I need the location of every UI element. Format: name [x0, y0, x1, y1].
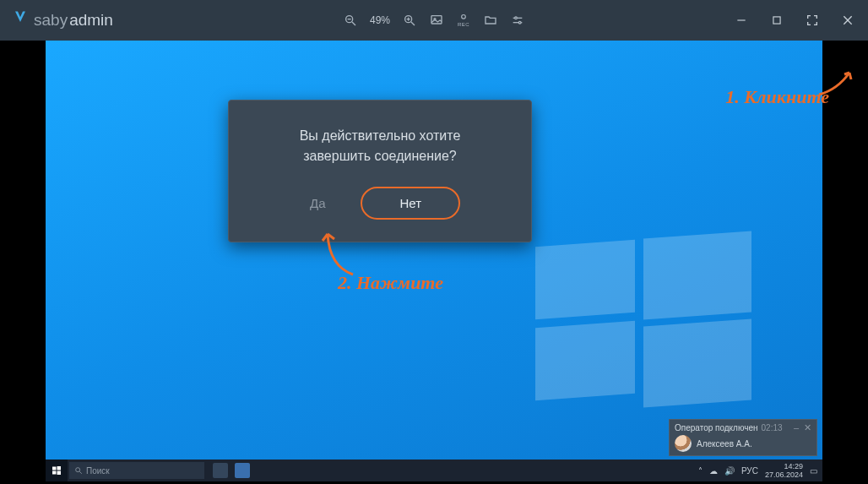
dialog-line-2: завершить соединение? — [249, 146, 511, 166]
confirm-dialog: Вы действительно хотите завершить соедин… — [228, 100, 532, 242]
notification-title: Оператор подключен — [675, 423, 758, 432]
tray-icon-2[interactable]: 🔊 — [724, 466, 735, 476]
logo-icon — [13, 9, 28, 31]
dialog-yes-button[interactable]: Да — [300, 189, 336, 217]
svg-point-22 — [76, 468, 80, 472]
svg-point-13 — [518, 21, 521, 24]
remote-taskbar: Поиск ˄ ☁ 🔊 РУС 14:29 27.06.2024 ▭ — [46, 460, 822, 481]
dialog-message: Вы действительно хотите завершить соедин… — [249, 126, 511, 166]
zoom-out-icon[interactable] — [343, 13, 358, 28]
tray-chevron-icon[interactable]: ˄ — [698, 466, 703, 476]
notification-elapsed: 02:13 — [762, 423, 783, 432]
notification-minimize-icon[interactable]: – — [794, 422, 799, 433]
taskbar-search[interactable]: Поиск — [69, 462, 204, 479]
title-bar: sabyadmin 49% REC — [0, 0, 868, 41]
remote-viewport: Поиск ˄ ☁ 🔊 РУС 14:29 27.06.2024 ▭ Оп — [0, 41, 868, 484]
app-logo: sabyadmin — [12, 9, 113, 31]
dialog-line-1: Вы действительно хотите — [249, 126, 511, 146]
svg-rect-19 — [57, 466, 62, 470]
svg-line-1 — [352, 22, 355, 25]
taskbar-tray: ˄ ☁ 🔊 РУС 14:29 27.06.2024 ▭ — [698, 462, 822, 479]
toolbar-center: 49% REC — [343, 13, 525, 28]
svg-line-4 — [411, 22, 415, 25]
svg-rect-20 — [52, 471, 57, 475]
tray-icon-1[interactable]: ☁ — [709, 466, 718, 476]
tray-notifications-icon[interactable]: ▭ — [810, 466, 817, 476]
restore-button[interactable] — [768, 12, 785, 29]
window-controls — [733, 12, 856, 29]
notification-close-icon[interactable]: ✕ — [804, 422, 811, 433]
record-icon[interactable]: REC — [456, 13, 471, 28]
close-button[interactable] — [839, 12, 856, 29]
taskbar-app-1[interactable] — [213, 463, 228, 478]
taskbar-app-2[interactable] — [235, 463, 250, 478]
operator-notification: Оператор подключен 02:13 – ✕ Алексеев А.… — [669, 419, 817, 456]
svg-point-9 — [462, 15, 466, 19]
dialog-no-button[interactable]: Нет — [361, 187, 460, 220]
taskbar-pinned — [213, 463, 250, 478]
fullscreen-button[interactable] — [804, 12, 821, 29]
windows-logo — [535, 235, 755, 404]
zoom-level: 49% — [370, 14, 390, 26]
brand-part-1: saby — [34, 11, 68, 30]
svg-rect-18 — [52, 467, 57, 470]
taskbar-search-placeholder: Поиск — [86, 466, 110, 476]
svg-rect-15 — [773, 17, 780, 24]
svg-line-23 — [79, 471, 82, 474]
tray-lang[interactable]: РУС — [741, 466, 758, 476]
settings-sliders-icon[interactable] — [510, 13, 525, 28]
svg-point-11 — [515, 17, 518, 19]
start-button[interactable] — [46, 460, 68, 481]
minimize-button[interactable] — [733, 12, 750, 29]
zoom-in-icon[interactable] — [402, 13, 417, 28]
folder-icon[interactable] — [483, 13, 498, 28]
operator-avatar — [675, 435, 692, 452]
svg-rect-21 — [57, 471, 62, 476]
image-icon[interactable] — [429, 13, 444, 28]
operator-name: Алексеев А.А. — [697, 439, 752, 449]
tray-time: 14:29 — [765, 462, 803, 470]
brand-part-2: admin — [69, 11, 113, 30]
tray-date: 27.06.2024 — [765, 470, 803, 479]
tray-clock[interactable]: 14:29 27.06.2024 — [765, 462, 803, 479]
